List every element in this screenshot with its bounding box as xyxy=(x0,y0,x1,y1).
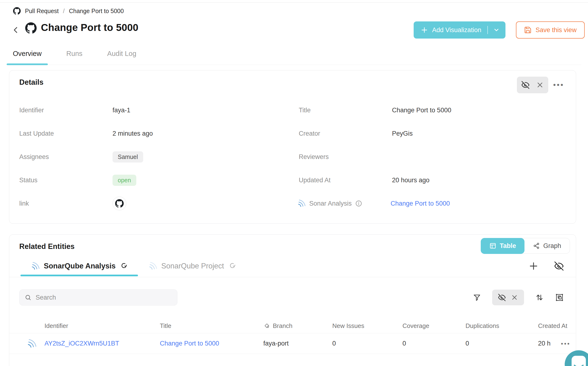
entity-tab-sonarqube-analysis[interactable]: SonarQube Analysis xyxy=(21,258,138,274)
column-branch[interactable]: Branch xyxy=(263,322,332,330)
back-button[interactable] xyxy=(10,25,21,35)
row-coverage: 0 xyxy=(402,340,466,347)
relation-arrow-icon xyxy=(228,262,236,270)
column-duplications[interactable]: Duplications xyxy=(466,322,538,330)
save-view-button[interactable]: Save this view xyxy=(516,21,585,38)
table-header-row: Identifier Title Branch New Issues Cover… xyxy=(9,318,576,333)
sort-icon[interactable] xyxy=(535,293,544,302)
field-identifier: Identifier faya-1 xyxy=(19,99,299,122)
assignee-chip: Samuel xyxy=(112,151,143,162)
add-related-entity-button[interactable] xyxy=(528,261,539,271)
add-visualization-dropdown[interactable] xyxy=(493,27,500,33)
sonar-analysis-link[interactable]: Change Port to 5000 xyxy=(391,200,450,207)
chevron-left-icon xyxy=(11,26,20,34)
plus-icon xyxy=(528,261,539,271)
view-toggle-graph[interactable]: Graph xyxy=(524,238,570,253)
entity-tab-sonarqube-project[interactable]: SonarQube Project xyxy=(138,258,246,274)
field-label: Creator xyxy=(299,130,392,137)
row-created-at: 20 h xyxy=(538,340,551,347)
eye-off-icon[interactable] xyxy=(521,81,530,89)
column-new-issues[interactable]: New Issues xyxy=(332,322,402,330)
field-label: Updated At xyxy=(299,176,392,184)
tabs-divider xyxy=(7,65,581,65)
field-value: faya-1 xyxy=(112,107,130,114)
details-visibility-pill xyxy=(517,77,548,93)
field-reviewers: Reviewers xyxy=(299,145,564,168)
field-creator: Creator PeyGis xyxy=(299,122,564,145)
table-visibility-pill xyxy=(492,290,524,305)
eye-off-icon[interactable] xyxy=(554,261,564,271)
view-toggle: Table Graph xyxy=(481,238,570,254)
field-label: link xyxy=(19,200,112,207)
chevron-down-icon xyxy=(493,27,500,33)
search-input[interactable] xyxy=(36,294,172,301)
header-actions: Add Visualization Save this view xyxy=(414,21,585,38)
entity-tabs-divider xyxy=(9,277,576,277)
chat-smiley-icon xyxy=(572,356,586,366)
graph-icon xyxy=(533,242,540,249)
column-created-at[interactable]: Created At xyxy=(538,322,576,330)
details-title: Details xyxy=(19,78,44,87)
top-border-line xyxy=(0,2,588,3)
field-label: Sonar Analysis xyxy=(309,200,352,207)
view-toggle-table[interactable]: Table xyxy=(481,238,525,254)
field-value: 2 minutes ago xyxy=(112,130,153,137)
github-icon xyxy=(25,22,37,34)
add-visualization-button[interactable]: Add Visualization xyxy=(414,21,506,38)
github-icon xyxy=(115,199,124,208)
field-label: Title xyxy=(299,107,392,114)
table-toolbar xyxy=(19,289,564,305)
close-icon[interactable] xyxy=(536,81,544,89)
tab-runs[interactable]: Runs xyxy=(60,47,89,61)
group-by-icon[interactable] xyxy=(555,293,564,302)
column-branch-label: Branch xyxy=(273,322,292,330)
field-value: PeyGis xyxy=(392,130,413,137)
field-status: Status open xyxy=(19,168,299,192)
details-fields-left: Identifier faya-1 Last Update 2 minutes … xyxy=(19,99,299,215)
field-label: Identifier xyxy=(19,107,112,114)
github-link-button[interactable] xyxy=(112,197,126,210)
related-entities-card: Related Entities Table Graph SonarQube A… xyxy=(9,234,576,366)
plus-icon xyxy=(421,26,428,34)
field-value: Change Port to 5000 xyxy=(392,107,451,114)
breadcrumb: Pull Request / Change Port to 5000 xyxy=(13,7,124,15)
sonarqube-icon xyxy=(31,261,40,271)
search-icon xyxy=(25,294,31,301)
row-title-link[interactable]: Change Port to 5000 xyxy=(160,340,219,347)
field-label: Assignees xyxy=(19,153,112,161)
column-identifier[interactable]: Identifier xyxy=(45,322,160,330)
row-menu-button[interactable]: ••• xyxy=(561,340,571,347)
details-fields-right: Title Change Port to 5000 Creator PeyGis… xyxy=(299,99,564,215)
details-card: Details ••• Identifier faya-1 Last Updat… xyxy=(9,70,576,224)
details-menu-button[interactable]: ••• xyxy=(551,77,566,93)
view-toggle-graph-label: Graph xyxy=(543,242,561,250)
filter-icon[interactable] xyxy=(473,293,481,302)
field-assignees: Assignees Samuel xyxy=(19,145,299,168)
status-badge: open xyxy=(112,175,136,186)
info-icon[interactable] xyxy=(355,200,362,207)
details-fields: Identifier faya-1 Last Update 2 minutes … xyxy=(19,99,564,215)
table-divider xyxy=(9,354,576,354)
row-new-issues: 0 xyxy=(332,340,402,347)
row-identifier-link[interactable]: AY2tsZ_iOC2XWrn5U1BT xyxy=(45,340,119,347)
button-divider xyxy=(487,26,488,34)
search-box[interactable] xyxy=(19,289,178,305)
field-title: Title Change Port to 5000 xyxy=(299,99,564,122)
table-icon xyxy=(489,242,496,249)
column-title[interactable]: Title xyxy=(160,322,263,330)
eye-off-icon[interactable] xyxy=(498,293,506,302)
row-branch: faya-port xyxy=(263,340,332,347)
tab-overview[interactable]: Overview xyxy=(7,47,48,61)
add-visualization-label: Add Visualization xyxy=(432,26,481,34)
sonarqube-icon xyxy=(149,261,157,271)
blueprint-icon xyxy=(263,322,270,329)
page-tabs: Overview Runs Audit Log xyxy=(7,47,155,61)
breadcrumb-root[interactable]: Pull Request xyxy=(25,8,59,15)
column-coverage[interactable]: Coverage xyxy=(402,322,466,330)
field-label: Last Update xyxy=(19,130,112,137)
tab-audit-log[interactable]: Audit Log xyxy=(101,47,143,61)
breadcrumb-separator: / xyxy=(63,8,65,15)
close-icon[interactable] xyxy=(511,294,518,301)
save-icon xyxy=(524,26,532,34)
breadcrumb-current: Change Port to 5000 xyxy=(69,8,124,15)
